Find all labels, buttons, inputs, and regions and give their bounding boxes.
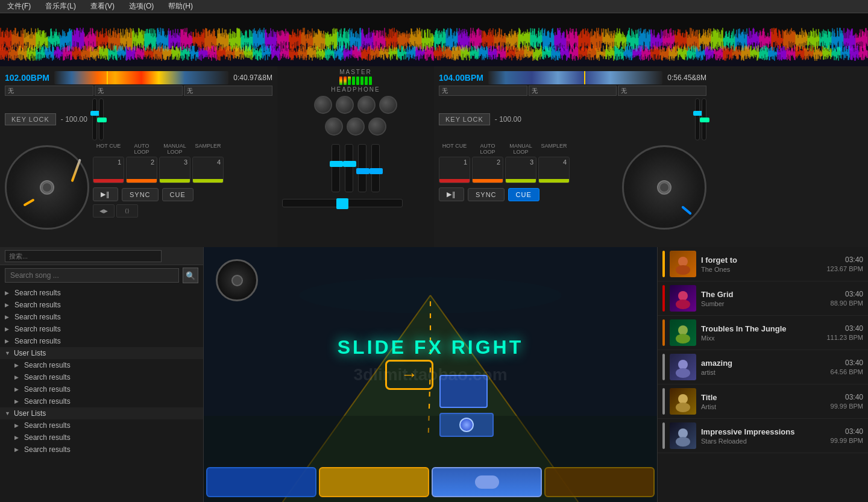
user-list-label-6: Search results xyxy=(24,433,71,442)
user-list-item-2[interactable]: ▶ Search results xyxy=(0,371,203,383)
left-beat-1[interactable]: ◀▶ xyxy=(93,204,115,218)
user-list-item-3[interactable]: ▶ Search results xyxy=(0,383,203,395)
menu-file[interactable]: 文件(F) xyxy=(5,0,33,13)
user-lists-header-1[interactable]: ▼ User Lists xyxy=(0,347,203,359)
tree-item-4[interactable]: ▶ Search results xyxy=(0,323,203,335)
tree-arrow-3: ▶ xyxy=(5,314,11,320)
right-pad-1[interactable]: 1 xyxy=(439,157,470,183)
right-sync-btn[interactable]: SYNC xyxy=(468,188,505,201)
menu-options[interactable]: 选项(O) xyxy=(127,0,156,13)
tree-item-label-4: Search results xyxy=(14,325,61,333)
right-select-3[interactable]: 无 xyxy=(618,86,706,96)
right-cue-btn[interactable]: CUE xyxy=(508,188,539,201)
right-pad-4[interactable]: 4 xyxy=(538,157,570,183)
left-pad-3[interactable]: 3 xyxy=(159,157,190,183)
master-label: MASTER xyxy=(339,69,372,75)
tree-arrow-1: ▶ xyxy=(5,290,11,296)
track-color-bar-1 xyxy=(662,251,665,277)
mixer-knob-6[interactable] xyxy=(347,118,365,136)
mixer-knob-4[interactable] xyxy=(379,96,397,114)
left-deck: 102.00BPM 0:40.97&8M 无 无 无 KEY LOCK - 10… xyxy=(0,66,277,247)
user-list-label-4: Search results xyxy=(24,397,71,406)
track-title-3: Troubles In The Jungle xyxy=(701,324,822,333)
track-item-6[interactable]: Impressive Impreessions Stars Reloaded 0… xyxy=(658,419,868,453)
right-gain-slider[interactable] xyxy=(695,98,700,140)
user-list-arrow-1: ▶ xyxy=(14,362,20,368)
left-pad-1[interactable]: 1 xyxy=(93,157,124,183)
mixer-knob-2[interactable] xyxy=(336,96,354,114)
right-gain-slider-2[interactable] xyxy=(702,98,706,140)
track-title-1: I forget to xyxy=(701,256,822,265)
user-lists-header-2[interactable]: ▼ User Lists xyxy=(0,407,203,419)
menu-help[interactable]: 帮助(H) xyxy=(166,0,195,13)
left-play-btn[interactable]: ▶‖ xyxy=(93,187,118,201)
svg-point-19 xyxy=(676,437,690,447)
viz-pad-3[interactable] xyxy=(432,467,542,497)
user-list-item-6[interactable]: ▶ Search results xyxy=(0,431,203,444)
right-select-1[interactable]: 无 xyxy=(439,86,527,96)
tree-item-2[interactable]: ▶ Search results xyxy=(0,299,203,311)
blue-circle xyxy=(459,418,474,432)
track-meta-5: 03:40 99.99 BPM xyxy=(831,393,863,410)
mixer-ch-fader-l[interactable] xyxy=(358,144,366,192)
track-item-3[interactable]: Troubles In The Jungle Mixx 03:40 111.23… xyxy=(658,316,868,350)
left-beat-2[interactable]: ⟨⟩ xyxy=(116,204,138,218)
right-key-lock-btn[interactable]: KEY LOCK xyxy=(439,113,490,125)
mixer-fader-r[interactable] xyxy=(345,144,353,192)
mixer-knob-5[interactable] xyxy=(325,118,343,136)
track-item-5[interactable]: Title Artist 03:40 99.99 BPM xyxy=(658,384,868,419)
mixer-knob-3[interactable] xyxy=(357,96,376,114)
track-item-1[interactable]: I forget to The Ones 03:40 123.67 BPM xyxy=(658,247,868,281)
left-mini-waveform xyxy=(54,71,228,84)
menu-library[interactable]: 音乐库(L) xyxy=(43,0,78,13)
right-pad-3[interactable]: 3 xyxy=(505,157,536,183)
left-pad-2[interactable]: 2 xyxy=(126,157,157,183)
left-select-3[interactable]: 无 xyxy=(184,86,272,96)
right-turntable[interactable] xyxy=(622,145,706,230)
left-select-2[interactable]: 无 xyxy=(95,86,183,96)
crossfader[interactable] xyxy=(282,199,403,207)
tree-item-1[interactable]: ▶ Search results xyxy=(0,287,203,299)
track-thumb-6 xyxy=(670,422,696,449)
left-cue-btn[interactable]: CUE xyxy=(162,188,193,201)
arrow-btn[interactable]: → xyxy=(385,360,433,390)
search-btn[interactable]: 🔍 xyxy=(183,268,198,283)
left-sync-btn[interactable]: SYNC xyxy=(122,188,159,201)
right-deck: 104.00BPM 0:56.45&8M 无 无 无 KEY LOCK - 10… xyxy=(434,66,711,247)
search-song-input[interactable] xyxy=(5,268,179,283)
mixer-knob-7[interactable] xyxy=(368,118,386,136)
left-turntable[interactable] xyxy=(5,145,89,230)
viz-pad-2[interactable] xyxy=(319,467,429,497)
left-key-lock-btn[interactable]: KEY LOCK xyxy=(5,113,56,125)
mixer-knob-1[interactable] xyxy=(314,96,332,114)
tree-item-3[interactable]: ▶ Search results xyxy=(0,311,203,323)
tree-item-5[interactable]: ▶ Search results xyxy=(0,335,203,347)
left-gain-slider-2[interactable] xyxy=(99,98,104,140)
tree-arrow-2: ▶ xyxy=(5,302,11,308)
user-list-item-5[interactable]: ▶ Search results xyxy=(0,419,203,431)
right-play-btn[interactable]: ▶‖ xyxy=(439,187,464,201)
right-select-2[interactable]: 无 xyxy=(529,86,617,96)
user-list-item-4[interactable]: ▶ Search results xyxy=(0,395,203,407)
left-pad-4[interactable]: 4 xyxy=(192,157,224,183)
viz-pad-4[interactable] xyxy=(544,467,655,497)
track-item-4[interactable]: amazing artist 03:40 64.56 BPM xyxy=(658,350,868,384)
track-artist-3: Mixx xyxy=(701,334,822,342)
track-title-5: Title xyxy=(701,393,826,402)
svg-point-9 xyxy=(676,265,690,275)
left-select-1[interactable]: 无 xyxy=(5,86,93,96)
right-pad-label-autoloop: AUTOLOOP xyxy=(472,143,503,155)
waveform-top xyxy=(0,13,868,66)
menu-view[interactable]: 查看(V) xyxy=(88,0,117,13)
user-list-item-1[interactable]: ▶ Search results xyxy=(0,359,203,371)
track-info-3: Troubles In The Jungle Mixx xyxy=(701,324,822,342)
track-item-2[interactable]: The Grid Sumber 03:40 88.90 BPM xyxy=(658,281,868,316)
mixer-fader-l[interactable] xyxy=(332,144,340,192)
viz-pad-1[interactable] xyxy=(206,467,316,497)
right-pad-2[interactable]: 2 xyxy=(472,157,503,183)
search-top-input[interactable] xyxy=(5,250,162,262)
mixer-ch-fader-r[interactable] xyxy=(371,144,380,192)
left-gain-slider[interactable] xyxy=(92,98,97,140)
user-list-item-7[interactable]: ▶ Search results xyxy=(0,444,203,456)
right-tracklist: I forget to The Ones 03:40 123.67 BPM Th… xyxy=(657,247,868,502)
